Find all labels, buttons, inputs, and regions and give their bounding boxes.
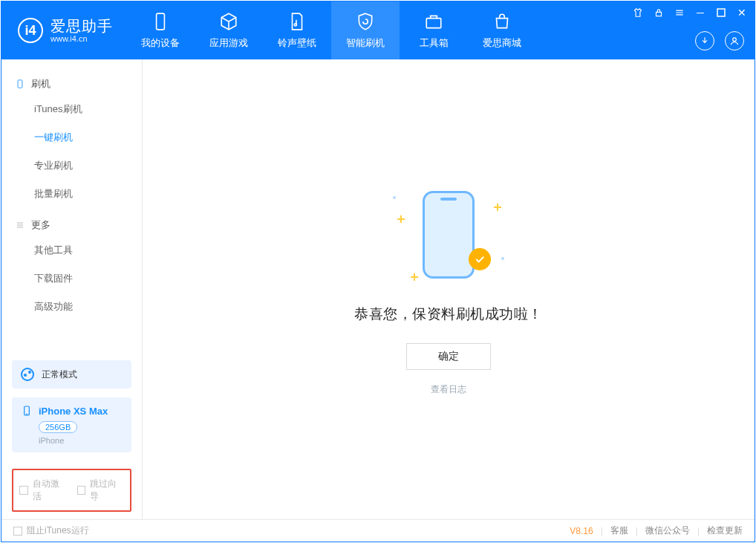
body: 刷机 iTunes刷机 一键刷机 专业刷机 批量刷机 更多 其他工具 下载固件 … bbox=[1, 59, 755, 519]
checkbox-skip-guide[interactable]: 跳过向导 bbox=[77, 478, 125, 503]
success-message: 恭喜您，保资料刷机成功啦！ bbox=[354, 305, 543, 324]
top-tabs: 我的设备 应用游戏 铃声壁纸 智能刷机 工具箱 爱思商城 bbox=[126, 1, 536, 59]
tab-ringtones[interactable]: 铃声壁纸 bbox=[263, 1, 331, 59]
device-icon bbox=[150, 11, 171, 32]
side-group-title: 刷机 bbox=[31, 77, 50, 91]
footer: 阻止iTunes运行 V8.16 | 客服 | 微信公众号 | 检查更新 bbox=[1, 519, 755, 542]
svg-rect-3 bbox=[656, 12, 662, 16]
minimize-button[interactable]: ─ bbox=[694, 6, 707, 19]
window-controls: ─ ✕ bbox=[631, 6, 749, 19]
svg-rect-6 bbox=[18, 80, 22, 88]
tab-smart-flash[interactable]: 智能刷机 bbox=[331, 1, 400, 59]
side-item-pro-flash[interactable]: 专业刷机 bbox=[1, 152, 142, 180]
maximize-button[interactable] bbox=[714, 6, 728, 19]
side-nav: 刷机 iTunes刷机 一键刷机 专业刷机 批量刷机 更多 其他工具 下载固件 … bbox=[1, 59, 142, 356]
tab-label: 应用游戏 bbox=[209, 36, 248, 50]
side-item-oneclick-flash[interactable]: 一键刷机 bbox=[1, 123, 142, 152]
svg-rect-0 bbox=[157, 13, 165, 30]
download-button[interactable] bbox=[695, 31, 714, 51]
version-label: V8.16 bbox=[570, 526, 593, 536]
tab-tools[interactable]: 工具箱 bbox=[400, 1, 468, 59]
tab-label: 我的设备 bbox=[141, 36, 180, 50]
mode-label: 正常模式 bbox=[42, 368, 77, 381]
mode-icon bbox=[21, 368, 34, 381]
side-group-title: 更多 bbox=[31, 218, 50, 232]
side-item-other-tools[interactable]: 其他工具 bbox=[1, 236, 142, 264]
svg-rect-2 bbox=[426, 19, 441, 28]
logo: i4 爱思助手 www.i4.cn bbox=[1, 1, 126, 59]
ok-button[interactable]: 确定 bbox=[406, 343, 491, 370]
device-box[interactable]: iPhone XS Max 256GB iPhone bbox=[12, 397, 131, 452]
tab-label: 工具箱 bbox=[420, 36, 449, 50]
account-button[interactable] bbox=[725, 31, 744, 51]
lock-icon[interactable] bbox=[652, 6, 665, 19]
svg-point-1 bbox=[294, 24, 296, 26]
app-title: 爱思助手 bbox=[50, 18, 113, 34]
tab-store[interactable]: 爱思商城 bbox=[468, 1, 536, 59]
checks-highlight-frame: 自动激活 跳过向导 bbox=[12, 469, 131, 512]
side-item-itunes-flash[interactable]: iTunes刷机 bbox=[1, 95, 142, 123]
shirt-icon[interactable] bbox=[631, 6, 645, 19]
success-illustration bbox=[393, 183, 504, 287]
app-subtitle: www.i4.cn bbox=[50, 34, 113, 43]
list-icon bbox=[15, 220, 25, 230]
svg-point-5 bbox=[733, 38, 737, 42]
checkbox-label: 自动激活 bbox=[33, 478, 67, 503]
tab-apps[interactable]: 应用游戏 bbox=[195, 1, 263, 59]
checkbox-label: 跳过向导 bbox=[90, 478, 124, 503]
logo-icon: i4 bbox=[18, 18, 43, 43]
device-type: iPhone bbox=[39, 436, 123, 445]
music-file-icon bbox=[287, 11, 307, 32]
mode-box[interactable]: 正常模式 bbox=[12, 360, 131, 388]
tab-my-device[interactable]: 我的设备 bbox=[126, 1, 195, 59]
close-button[interactable]: ✕ bbox=[735, 6, 749, 19]
link-check-update[interactable]: 检查更新 bbox=[707, 524, 743, 537]
checkbox-block-itunes[interactable]: 阻止iTunes运行 bbox=[13, 524, 89, 537]
side-item-advanced[interactable]: 高级功能 bbox=[1, 293, 142, 321]
phone-icon bbox=[15, 79, 25, 89]
sidebar: 刷机 iTunes刷机 一键刷机 专业刷机 批量刷机 更多 其他工具 下载固件 … bbox=[1, 59, 143, 519]
svg-rect-4 bbox=[717, 9, 725, 16]
shield-refresh-icon bbox=[355, 11, 376, 32]
checkbox-icon bbox=[19, 486, 28, 495]
side-item-download-firmware[interactable]: 下载固件 bbox=[1, 264, 142, 293]
content-area: 恭喜您，保资料刷机成功啦！ 确定 查看日志 bbox=[143, 59, 755, 519]
device-phone-icon bbox=[21, 405, 33, 417]
app-window: i4 爱思助手 www.i4.cn 我的设备 应用游戏 铃声壁纸 智能刷机 bbox=[1, 1, 755, 542]
phone-icon bbox=[423, 191, 475, 279]
footer-right: V8.16 | 客服 | 微信公众号 | 检查更新 bbox=[570, 524, 743, 537]
link-wechat[interactable]: 微信公众号 bbox=[645, 524, 690, 537]
link-customer-service[interactable]: 客服 bbox=[610, 524, 628, 537]
side-group-flash: 刷机 bbox=[1, 73, 142, 95]
tab-label: 铃声壁纸 bbox=[278, 36, 316, 50]
bag-icon bbox=[492, 11, 512, 32]
side-item-batch-flash[interactable]: 批量刷机 bbox=[1, 180, 142, 208]
title-bar: i4 爱思助手 www.i4.cn 我的设备 应用游戏 铃声壁纸 智能刷机 bbox=[1, 1, 755, 59]
device-name: iPhone XS Max bbox=[39, 406, 108, 417]
check-badge-icon bbox=[469, 248, 491, 270]
menu-icon[interactable] bbox=[673, 6, 686, 19]
checkbox-label: 阻止iTunes运行 bbox=[27, 524, 89, 537]
cube-icon bbox=[218, 11, 239, 32]
checkbox-auto-activate[interactable]: 自动激活 bbox=[19, 478, 67, 503]
side-group-more: 更多 bbox=[1, 214, 142, 236]
tab-label: 智能刷机 bbox=[346, 36, 385, 50]
view-log-link[interactable]: 查看日志 bbox=[431, 383, 466, 396]
checkbox-icon bbox=[77, 486, 86, 495]
tab-label: 爱思商城 bbox=[483, 36, 521, 50]
toolbox-icon bbox=[423, 11, 444, 32]
header-right-actions bbox=[695, 31, 744, 51]
device-capacity: 256GB bbox=[39, 421, 77, 433]
checkbox-icon bbox=[13, 527, 22, 536]
